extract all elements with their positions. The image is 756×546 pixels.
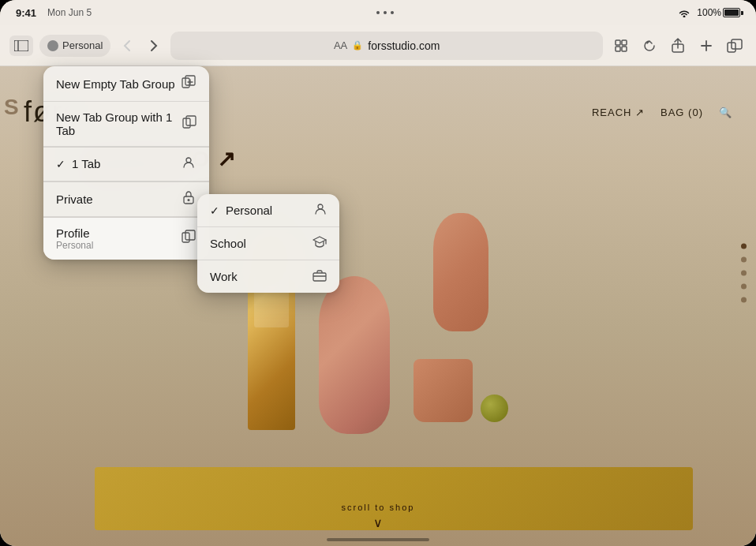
svg-point-13	[186, 158, 191, 163]
vase-small	[433, 213, 488, 331]
reload-button[interactable]	[638, 34, 661, 58]
status-dot-1	[376, 11, 380, 14]
personal-profile-icon	[314, 203, 327, 218]
submenu-item-school[interactable]: School	[197, 227, 339, 260]
scroll-cta-text: scroll to shop	[342, 503, 415, 512]
svg-rect-0	[14, 40, 28, 51]
battery-indicator: 100%	[697, 7, 740, 18]
menu-item-profile[interactable]: Profile Personal	[43, 218, 209, 260]
cup	[414, 359, 473, 422]
submenu-item-personal[interactable]: ✓ Personal	[197, 194, 339, 227]
lock-icon: 🔒	[352, 40, 363, 50]
svg-point-15	[188, 199, 190, 201]
svg-point-18	[318, 204, 323, 209]
battery-fill	[724, 9, 739, 16]
tabs-overview-button[interactable]	[723, 34, 747, 58]
vase-large	[319, 276, 390, 434]
dot-3	[741, 271, 747, 276]
new-empty-tab-group-label: New Empty Tab Group	[56, 77, 175, 91]
browser-toolbar: Personal AA 🔒 forsstudio.com	[0, 25, 756, 66]
profile-submenu: ✓ Personal School Work	[197, 194, 339, 293]
extensions-button[interactable]	[609, 34, 633, 58]
school-label: School	[210, 237, 246, 250]
scroll-arrow-icon: ∨	[342, 515, 415, 530]
status-center-dots	[376, 11, 394, 14]
back-button[interactable]	[117, 36, 137, 56]
status-bar: 9:41 Mon Jun 5 100%	[0, 0, 756, 25]
dot-1	[741, 244, 747, 249]
tabs-dropdown-menu: New Empty Tab Group New Tab Group with 1…	[43, 66, 209, 260]
menu-item-new-empty-tab-group[interactable]: New Empty Tab Group	[43, 66, 209, 102]
tab-checkmark: ✓	[56, 158, 65, 170]
one-tab-person-icon	[181, 156, 196, 172]
partial-letter-s: S	[4, 95, 19, 120]
profile-pill[interactable]: Personal	[39, 35, 110, 57]
one-tab-label: 1 Tab	[72, 157, 100, 170]
profile-pill-name: Personal	[62, 39, 103, 51]
work-icon	[313, 269, 327, 284]
battery-percent: 100%	[697, 7, 721, 18]
menu-item-new-tab-group-with-tab[interactable]: New Tab Group with 1 Tab	[43, 102, 209, 147]
svg-rect-17	[185, 230, 195, 240]
work-label: Work	[210, 270, 238, 283]
new-tab-group-with-tab-label: New Tab Group with 1 Tab	[56, 110, 182, 137]
battery-icon	[723, 8, 740, 17]
add-tab-button[interactable]	[694, 34, 718, 58]
svg-rect-20	[313, 273, 326, 281]
scroll-to-shop: scroll to shop ∨	[342, 503, 415, 530]
private-label: Private	[56, 193, 93, 206]
svg-rect-8	[732, 39, 742, 49]
svg-rect-2	[616, 40, 620, 45]
personal-checkmark: ✓	[210, 204, 219, 217]
nav-search-icon: 🔍	[719, 107, 732, 118]
toolbar-actions	[609, 34, 747, 58]
status-time: 9:41	[16, 7, 36, 19]
address-aa-text: AA	[334, 39, 347, 51]
menu-item-1-tab-left: ✓ 1 Tab	[56, 157, 100, 170]
address-bar[interactable]: AA 🔒 forsstudio.com	[170, 32, 603, 60]
school-icon	[313, 236, 327, 251]
sidebar-button[interactable]	[9, 36, 33, 56]
home-indicator	[327, 538, 429, 541]
dot-5	[741, 297, 747, 303]
personal-label: Personal	[226, 204, 272, 217]
svg-rect-3	[622, 40, 627, 45]
status-date: Mon Jun 5	[47, 7, 92, 18]
status-dot-2	[384, 11, 387, 14]
profile-avatar-icon	[47, 40, 58, 51]
page-dots	[741, 244, 747, 303]
ipad-frame: førs REACH ↗ BAG (0) 🔍	[0, 0, 756, 546]
address-url-text: forsstudio.com	[368, 39, 440, 52]
menu-item-1-tab[interactable]: ✓ 1 Tab	[43, 148, 209, 181]
svg-rect-5	[622, 47, 627, 51]
profile-sublabel: Personal	[56, 240, 93, 251]
status-right: 100%	[678, 7, 740, 18]
submenu-item-work[interactable]: Work	[197, 260, 339, 293]
svg-rect-12	[186, 116, 196, 125]
new-empty-tab-group-icon	[181, 75, 196, 92]
wifi-icon	[678, 8, 691, 17]
svg-rect-4	[616, 47, 620, 51]
profile-label: Profile	[56, 226, 93, 240]
private-icon	[181, 190, 196, 208]
status-dot-3	[391, 11, 394, 14]
profile-icon-menu	[181, 230, 196, 247]
olive	[481, 395, 508, 422]
forward-button[interactable]	[144, 36, 164, 56]
new-tab-group-with-tab-icon	[182, 115, 196, 133]
dot-4	[741, 284, 747, 290]
dot-2	[741, 257, 747, 263]
share-button[interactable]	[666, 34, 690, 58]
menu-item-private[interactable]: Private	[43, 181, 209, 217]
